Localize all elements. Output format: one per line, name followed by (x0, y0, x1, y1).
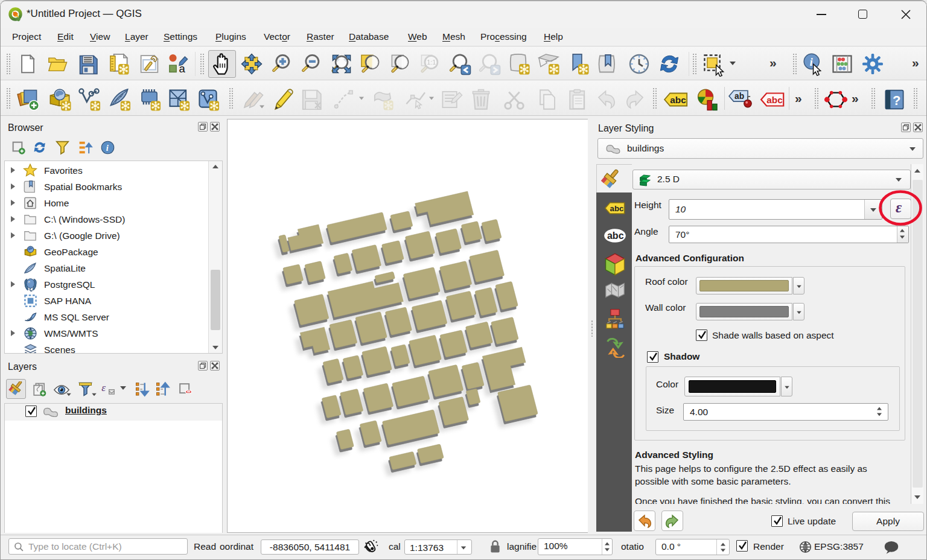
svg-text:abc: abc (670, 95, 686, 105)
svg-text:a: a (179, 62, 185, 74)
svg-text:abc: abc (610, 204, 624, 213)
svg-text:i: i (810, 56, 813, 68)
svg-text:i: i (106, 143, 109, 153)
svg-text:abc: abc (607, 230, 624, 241)
svg-text:ε: ε (101, 382, 106, 393)
svg-text:ab: ab (734, 92, 744, 101)
svg-text:1:1: 1:1 (427, 59, 436, 66)
svg-text:?: ? (893, 93, 900, 108)
svg-text:abc: abc (766, 95, 783, 105)
